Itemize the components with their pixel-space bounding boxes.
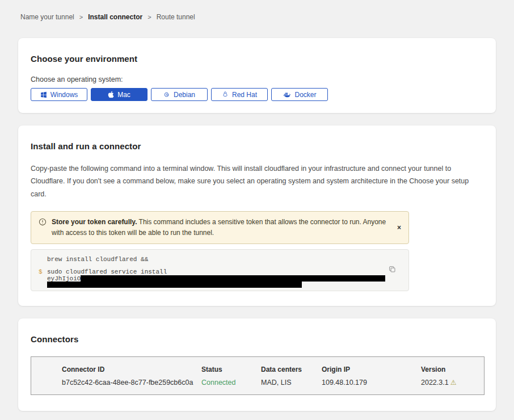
token-warning-banner: Store your token carefully. This command… <box>31 211 409 244</box>
version-warning-icon: ⚠ <box>450 379 457 387</box>
status-badge: Connected <box>201 379 261 387</box>
apple-icon <box>108 91 114 98</box>
os-button-docker[interactable]: Docker <box>271 88 328 101</box>
breadcrumb-separator: > <box>79 14 83 20</box>
command-line-1: brew install cloudflared && <box>47 256 386 263</box>
environment-card: Choose your environment Choose an operat… <box>18 38 496 113</box>
install-card-title: Install and run a connector <box>31 141 483 151</box>
version-number: 2022.3.1 <box>421 379 449 387</box>
os-button-redhat[interactable]: Red Hat <box>211 88 268 101</box>
connector-id-value: b7c52c42-6caa-48ee-8c77-fbe259cb6c0a <box>62 379 201 387</box>
data-centers-value: MAD, LIS <box>261 379 322 387</box>
column-header-status: Status <box>201 366 261 373</box>
connectors-table: Connector ID Status Data centers Origin … <box>31 356 484 395</box>
docker-icon <box>283 91 291 98</box>
version-value: 2022.3.1⚠ <box>421 379 484 387</box>
redacted-token-bar <box>47 282 302 288</box>
column-header-version: Version <box>421 366 484 373</box>
copy-icon[interactable] <box>389 266 396 275</box>
alert-circle-icon <box>39 218 47 238</box>
os-button-label: Red Hat <box>232 91 257 99</box>
breadcrumb-route-tunnel[interactable]: Route tunnel <box>157 13 195 21</box>
connectors-card: Connectors Connector ID Status Data cent… <box>18 318 496 411</box>
breadcrumb: Name your tunnel > Install connector > R… <box>0 0 514 21</box>
debian-icon <box>163 91 170 98</box>
token-warning-text: Store your token carefully. This command… <box>52 217 388 238</box>
connectors-card-title: Connectors <box>31 334 483 344</box>
os-button-group: Windows Mac Debian Red Hat <box>31 88 483 101</box>
column-header-connector-id: Connector ID <box>62 366 201 373</box>
os-button-windows[interactable]: Windows <box>31 88 87 101</box>
install-command-block: $ brew install cloudflared && sudo cloud… <box>31 249 409 291</box>
origin-ip-value: 109.48.10.179 <box>322 379 421 387</box>
os-button-mac[interactable]: Mac <box>91 88 148 101</box>
os-button-label: Debian <box>174 91 195 99</box>
command-line-2: sudo cloudflared service install <box>47 268 386 275</box>
page-content: Choose your environment Choose an operat… <box>18 38 496 411</box>
breadcrumb-separator: > <box>148 14 151 20</box>
os-button-label: Docker <box>294 91 316 99</box>
breadcrumb-name-your-tunnel[interactable]: Name your tunnel <box>20 13 74 21</box>
os-select-label: Choose an operating system: <box>31 75 483 83</box>
os-button-label: Windows <box>50 91 78 99</box>
shell-prompt: $ <box>39 268 43 275</box>
column-header-origin-ip: Origin IP <box>322 366 421 373</box>
token-line: eyJhIjoiO <box>47 275 386 282</box>
redacted-token-bar <box>81 275 385 282</box>
column-header-data-centers: Data centers <box>261 366 322 373</box>
windows-icon <box>40 91 47 98</box>
os-button-debian[interactable]: Debian <box>151 88 208 101</box>
breadcrumb-install-connector[interactable]: Install connector <box>88 13 142 21</box>
install-connector-card: Install and run a connector Copy-paste t… <box>18 125 496 306</box>
redhat-icon <box>222 91 229 98</box>
environment-card-title: Choose your environment <box>31 54 483 64</box>
os-button-label: Mac <box>117 91 130 99</box>
token-prefix: eyJhIjoiO <box>47 275 81 282</box>
token-warning-title: Store your token carefully. <box>52 218 137 226</box>
install-card-description: Copy-paste the following command into a … <box>31 162 483 200</box>
close-icon[interactable]: × <box>397 224 401 231</box>
